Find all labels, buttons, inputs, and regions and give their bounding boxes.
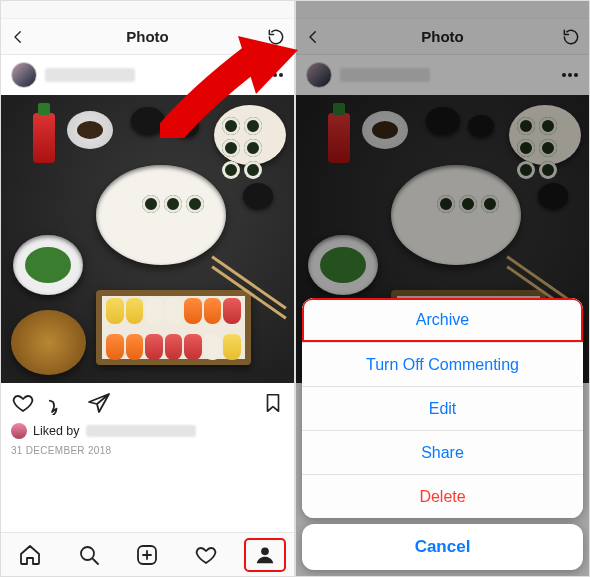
refresh-icon — [266, 27, 286, 47]
refresh-icon — [561, 27, 581, 47]
svg-point-2 — [279, 73, 283, 77]
page-title: Photo — [421, 28, 464, 45]
phone-right: Photo Archive Turn — [295, 0, 590, 577]
tab-add[interactable] — [127, 539, 167, 571]
back-button[interactable] — [9, 28, 27, 46]
screenshot-stage: Photo — [0, 0, 590, 577]
username-redacted — [45, 68, 135, 82]
status-bar — [1, 1, 294, 19]
avatar[interactable] — [306, 62, 332, 88]
refresh-button[interactable] — [561, 27, 581, 47]
sheet-item-delete[interactable]: Delete — [302, 474, 583, 518]
post-header — [1, 55, 294, 95]
liker-avatar — [11, 423, 27, 439]
ellipsis-icon — [266, 72, 284, 78]
more-options-button[interactable] — [561, 72, 579, 78]
avatar[interactable] — [11, 62, 37, 88]
sheet-item-share[interactable]: Share — [302, 430, 583, 474]
tab-profile[interactable] — [245, 539, 285, 571]
home-icon — [18, 543, 42, 567]
status-bar — [296, 1, 589, 19]
liked-by-row[interactable]: Liked by — [11, 423, 284, 439]
svg-point-3 — [81, 547, 94, 560]
svg-point-0 — [267, 73, 271, 77]
add-square-icon — [135, 543, 159, 567]
comment-icon — [49, 391, 73, 415]
share-button[interactable] — [87, 391, 111, 415]
refresh-button[interactable] — [266, 27, 286, 47]
heart-icon — [194, 543, 218, 567]
liked-by-prefix: Liked by — [33, 424, 80, 438]
phone-left: Photo — [0, 0, 295, 577]
more-options-button[interactable] — [266, 72, 284, 78]
svg-point-8 — [574, 73, 578, 77]
bookmark-icon — [262, 391, 284, 415]
action-sheet-group: Archive Turn Off Commenting Edit Share D… — [302, 298, 583, 518]
svg-point-6 — [562, 73, 566, 77]
post-photo[interactable] — [1, 95, 294, 383]
post-header — [296, 55, 589, 95]
svg-point-5 — [261, 547, 269, 555]
action-sheet: Archive Turn Off Commenting Edit Share D… — [302, 298, 583, 570]
top-nav: Photo — [1, 19, 294, 55]
bookmark-button[interactable] — [262, 391, 284, 415]
sheet-item-archive[interactable]: Archive — [302, 298, 583, 342]
page-title: Photo — [126, 28, 169, 45]
post-date: 31 DECEMBER 2018 — [11, 445, 284, 456]
heart-icon — [11, 391, 35, 415]
svg-point-1 — [273, 73, 277, 77]
svg-point-7 — [568, 73, 572, 77]
post-actions-area: Liked by 31 DECEMBER 2018 — [1, 383, 294, 460]
like-button[interactable] — [11, 391, 35, 415]
sheet-item-turn-off-commenting[interactable]: Turn Off Commenting — [302, 342, 583, 386]
back-button[interactable] — [304, 28, 322, 46]
post-actions — [11, 391, 284, 415]
tab-activity[interactable] — [186, 539, 226, 571]
chevron-left-icon — [9, 28, 27, 46]
tab-search[interactable] — [69, 539, 109, 571]
sheet-item-edit[interactable]: Edit — [302, 386, 583, 430]
liker-name-redacted — [86, 425, 196, 437]
search-icon — [77, 543, 101, 567]
bottom-tab-bar — [1, 532, 294, 576]
tab-home[interactable] — [10, 539, 50, 571]
top-nav: Photo — [296, 19, 589, 55]
comment-button[interactable] — [49, 391, 73, 415]
chevron-left-icon — [304, 28, 322, 46]
sheet-cancel-button[interactable]: Cancel — [302, 524, 583, 570]
ellipsis-icon — [561, 72, 579, 78]
profile-icon — [254, 544, 276, 566]
username-redacted — [340, 68, 430, 82]
paper-plane-icon — [87, 391, 111, 415]
